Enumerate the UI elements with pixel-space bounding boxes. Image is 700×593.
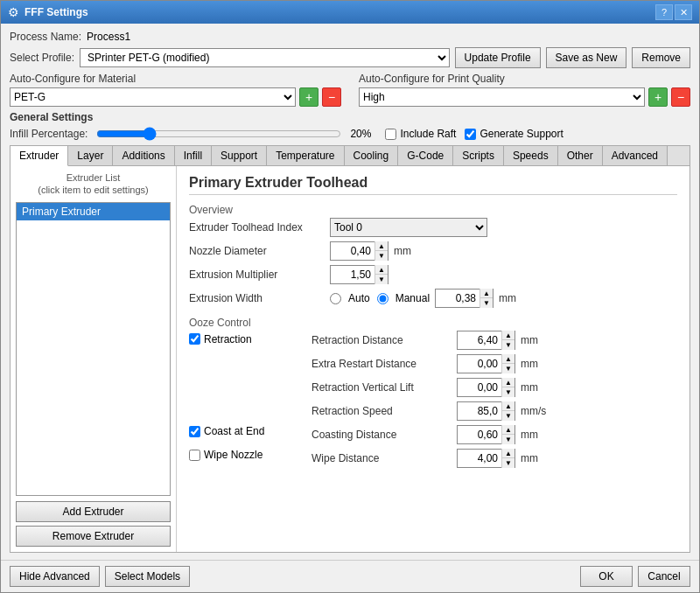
wipe-distance-row: Wipe Distance ▲ ▼ mm bbox=[312, 449, 538, 468]
hide-advanced-button[interactable]: Hide Advanced bbox=[10, 566, 100, 587]
vertical-lift-row: Retraction Vertical Lift ▲ ▼ mm bbox=[312, 378, 546, 397]
include-raft-label: Include Raft bbox=[400, 128, 456, 140]
coasting-distance-input[interactable] bbox=[458, 426, 501, 443]
extrusion-width-down[interactable]: ▼ bbox=[480, 298, 493, 308]
select-models-button[interactable]: Select Models bbox=[105, 566, 190, 587]
extruder-list-box: Primary Extruder bbox=[16, 202, 171, 496]
update-profile-button[interactable]: Update Profile bbox=[455, 47, 541, 68]
tab-temperature[interactable]: Temperature bbox=[267, 146, 344, 165]
infill-slider[interactable] bbox=[96, 127, 341, 141]
vertical-lift-label: Retraction Vertical Lift bbox=[312, 381, 452, 394]
extrusion-width-manual-radio[interactable] bbox=[377, 293, 388, 304]
extrusion-width-row: Extrusion Width Auto Manual bbox=[189, 289, 677, 308]
nozzle-diameter-spinbox: ▲ ▼ bbox=[330, 241, 388, 261]
tab-gcode[interactable]: G-Code bbox=[398, 146, 453, 165]
extra-restart-input[interactable] bbox=[458, 355, 501, 373]
tab-additions[interactable]: Additions bbox=[113, 146, 174, 165]
generate-support-checkbox[interactable] bbox=[465, 129, 476, 140]
auto-config-quality-group: Auto-Configure for Print Quality High Me… bbox=[359, 73, 690, 107]
overview-section: Overview Extruder Toolhead Index Tool 0 … bbox=[189, 204, 677, 308]
wipe-distance-down[interactable]: ▼ bbox=[502, 458, 514, 468]
extrusion-multiplier-down[interactable]: ▼ bbox=[375, 275, 388, 284]
extrusion-multiplier-up[interactable]: ▲ bbox=[375, 265, 388, 275]
extra-restart-label: Extra Restart Distance bbox=[312, 358, 452, 370]
extrusion-width-input[interactable] bbox=[436, 290, 480, 307]
retraction-distance-up[interactable]: ▲ bbox=[502, 331, 514, 340]
tab-support[interactable]: Support bbox=[212, 146, 267, 165]
extruder-title: Primary Extruder Toolhead bbox=[189, 175, 677, 195]
vertical-lift-spinbox: ▲ ▼ bbox=[457, 378, 515, 397]
tab-cooling[interactable]: Cooling bbox=[345, 146, 399, 165]
nozzle-diameter-input[interactable] bbox=[331, 242, 374, 260]
profile-label: Select Profile: bbox=[10, 52, 74, 64]
retraction-distance-down[interactable]: ▼ bbox=[502, 340, 514, 350]
retraction-label: Retraction bbox=[204, 333, 252, 345]
general-settings-label: General Settings bbox=[10, 111, 690, 123]
title-bar: ⚙ FFF Settings ? ✕ bbox=[1, 1, 699, 24]
extrusion-width-up[interactable]: ▲ bbox=[480, 289, 493, 298]
help-button[interactable]: ? bbox=[655, 4, 673, 20]
wipe-checkbox[interactable] bbox=[189, 450, 200, 461]
profile-select[interactable]: SPrinter PET-G (modified) Default High Q… bbox=[80, 48, 450, 67]
vertical-lift-unit: mm bbox=[521, 381, 538, 394]
save-as-new-button[interactable]: Save as New bbox=[546, 47, 627, 68]
auto-config-quality-select[interactable]: High Medium Low Draft bbox=[359, 87, 645, 107]
extrusion-width-label: Extrusion Width bbox=[189, 292, 325, 304]
tab-scripts[interactable]: Scripts bbox=[453, 146, 504, 165]
nozzle-diameter-up[interactable]: ▲ bbox=[375, 241, 388, 251]
extrusion-width-auto-label: Auto bbox=[348, 292, 370, 304]
vertical-lift-input[interactable] bbox=[458, 379, 501, 396]
extrusion-width-unit: mm bbox=[499, 292, 516, 304]
remove-material-button[interactable]: − bbox=[322, 87, 341, 107]
toolhead-index-select[interactable]: Tool 0 Tool 1 Tool 2 bbox=[330, 218, 487, 237]
add-material-button[interactable]: + bbox=[299, 87, 318, 107]
coasting-distance-spinbox: ▲ ▼ bbox=[457, 425, 515, 444]
retraction-speed-down[interactable]: ▼ bbox=[502, 411, 514, 421]
coasting-distance-row: Coasting Distance ▲ ▼ mm bbox=[312, 425, 538, 444]
extrusion-multiplier-label: Extrusion Multiplier bbox=[189, 269, 325, 281]
tab-speeds[interactable]: Speeds bbox=[504, 146, 558, 165]
cancel-button[interactable]: Cancel bbox=[638, 566, 690, 587]
tab-infill[interactable]: Infill bbox=[175, 146, 212, 165]
extrusion-width-auto-radio[interactable] bbox=[330, 293, 341, 304]
overview-label: Overview bbox=[189, 204, 677, 216]
tab-layer[interactable]: Layer bbox=[68, 146, 113, 165]
main-window: ⚙ FFF Settings ? ✕ Process Name: Process… bbox=[0, 0, 700, 593]
ok-button[interactable]: OK bbox=[580, 566, 633, 587]
coast-checkbox[interactable] bbox=[189, 426, 200, 437]
vertical-lift-up[interactable]: ▲ bbox=[502, 378, 514, 387]
retraction-distance-input[interactable] bbox=[458, 331, 501, 349]
tab-advanced[interactable]: Advanced bbox=[603, 146, 668, 165]
tab-other[interactable]: Other bbox=[558, 146, 603, 165]
extra-restart-up[interactable]: ▲ bbox=[502, 354, 514, 364]
tabs-container: Extruder Layer Additions Infill Support … bbox=[10, 145, 690, 553]
retraction-checkbox[interactable] bbox=[189, 333, 200, 345]
auto-config-material-group: Auto-Configure for Material PET-G PLA AB… bbox=[10, 73, 341, 107]
coasting-distance-up[interactable]: ▲ bbox=[502, 425, 514, 435]
include-raft-checkbox[interactable] bbox=[385, 129, 396, 140]
remove-button[interactable]: Remove bbox=[632, 47, 690, 68]
extrusion-multiplier-input[interactable] bbox=[331, 266, 374, 283]
ooze-control-section: Ooze Control Retraction Retraction Dista… bbox=[189, 317, 677, 468]
ooze-control-label: Ooze Control bbox=[189, 317, 677, 329]
extrusion-width-spinbox: ▲ ▼ bbox=[435, 289, 494, 308]
close-button[interactable]: ✕ bbox=[675, 4, 692, 20]
wipe-distance-up[interactable]: ▲ bbox=[502, 449, 514, 458]
wipe-distance-input[interactable] bbox=[458, 450, 501, 467]
tab-extruder[interactable]: Extruder bbox=[10, 146, 68, 166]
coasting-distance-down[interactable]: ▼ bbox=[502, 435, 514, 444]
remove-quality-button[interactable]: − bbox=[671, 87, 690, 107]
extruder-item[interactable]: Primary Extruder bbox=[17, 203, 170, 220]
retraction-speed-up[interactable]: ▲ bbox=[502, 401, 514, 411]
extrusion-width-manual-label: Manual bbox=[396, 292, 430, 304]
auto-config-material-select[interactable]: PET-G PLA ABS bbox=[10, 87, 296, 107]
add-extruder-button[interactable]: Add Extruder bbox=[16, 501, 171, 522]
extra-restart-down[interactable]: ▼ bbox=[502, 364, 514, 373]
retraction-distance-spinbox: ▲ ▼ bbox=[457, 331, 515, 350]
vertical-lift-down[interactable]: ▼ bbox=[502, 387, 514, 397]
nozzle-diameter-down[interactable]: ▼ bbox=[375, 251, 388, 261]
retraction-speed-input[interactable] bbox=[458, 402, 501, 420]
toolhead-index-label: Extruder Toolhead Index bbox=[189, 221, 325, 234]
add-quality-button[interactable]: + bbox=[648, 87, 668, 107]
remove-extruder-button[interactable]: Remove Extruder bbox=[16, 526, 171, 547]
